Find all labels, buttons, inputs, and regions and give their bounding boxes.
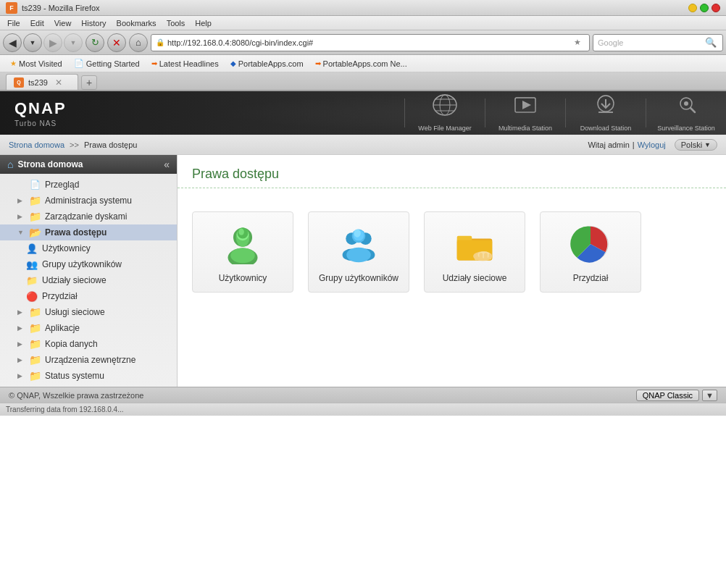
sidebar-item-udzialy[interactable]: 📁 Udziały sieciowe xyxy=(0,272,177,288)
browser-toolbar: ◀ ▼ ▶ ▼ ↻ ✕ ⌂ 🔒 http://192.168.0.4:8080/… xyxy=(0,30,726,55)
close-btn[interactable] xyxy=(712,4,720,12)
tab-favicon: Q xyxy=(14,77,24,88)
sidebar-title-text: Strona domowa xyxy=(17,159,83,169)
menu-file[interactable]: File xyxy=(3,17,25,29)
sidebar-item-zarzadzanie[interactable]: ▶ 📁 Zarządzanie dyskami xyxy=(0,209,177,224)
main-icon-uzytkownicy[interactable]: Użytkownicy xyxy=(192,211,293,293)
sidebar-item-aplikacje[interactable]: ▶ 📁 Aplikacje xyxy=(0,320,177,336)
nav-multimedia-station[interactable]: Multimedia Station xyxy=(485,91,565,135)
browser-menubar: File Edit View History Bookmarks Tools H… xyxy=(0,16,726,30)
bookmark-latest-headlines[interactable]: ➡ Latest Headlines xyxy=(147,58,223,70)
logout-link[interactable]: Wyloguj xyxy=(638,140,666,149)
bookmark-label: PortableApps.com Ne... xyxy=(323,59,407,68)
rss-icon2: ➡ xyxy=(315,59,321,67)
sidebar-item-przeglad[interactable]: 📄 Przegląd xyxy=(0,177,177,193)
nav-surveillance-station[interactable]: Surveillance Station xyxy=(646,91,726,135)
search-placeholder: Google xyxy=(598,38,704,47)
svg-marker-6 xyxy=(522,101,531,109)
sidebar-item-uslugi[interactable]: ▶ 📁 Usługi sieciowe xyxy=(0,304,177,320)
sidebar-title-area: ⌂ Strona domowa xyxy=(7,159,83,170)
sidebar-item-urzadzenia[interactable]: ▶ 📁 Urządzenia zewnętrzne xyxy=(0,352,177,368)
home-button[interactable]: ⌂ xyxy=(129,33,148,52)
bookmark-getting-started[interactable]: 📄 Getting Started xyxy=(70,57,144,70)
qnap-main: Prawa dostępu Użytkownicy xyxy=(178,155,726,387)
maximize-btn[interactable] xyxy=(700,4,709,12)
portableapps-icon: ◆ xyxy=(230,59,236,67)
sidebar-item-administracja[interactable]: ▶ 📁 Administracja systemu xyxy=(0,193,177,209)
nav-arrow: ▶ xyxy=(17,308,25,316)
nav-arrow: ▶ xyxy=(17,197,25,204)
bookmark-most-visited[interactable]: ★ Most Visited xyxy=(6,58,67,70)
back-dropdown[interactable]: ▼ xyxy=(23,33,42,52)
multimedia-icon xyxy=(512,93,538,122)
stop-button[interactable]: ✕ xyxy=(107,33,126,52)
tab-bar: Q ts239 ✕ + xyxy=(0,72,726,91)
folder-icon: 📁 xyxy=(29,195,41,206)
menu-bookmarks[interactable]: Bookmarks xyxy=(112,17,161,29)
folder-open-icon: 📂 xyxy=(29,227,41,238)
menu-edit[interactable]: Edit xyxy=(26,17,49,29)
bookmark-label: Getting Started xyxy=(86,59,140,68)
main-icon-przydział[interactable]: Przydział xyxy=(540,211,641,293)
menu-view[interactable]: View xyxy=(50,17,76,29)
sidebar-label: Status systemu xyxy=(45,371,104,381)
bookmark-portableapps-ne[interactable]: ➡ PortableApps.com Ne... xyxy=(311,58,412,70)
sidebar-label: Administracja systemu xyxy=(45,196,132,206)
nav-arrow: ▶ xyxy=(17,372,25,379)
language-selector[interactable]: Polski ▼ xyxy=(675,139,717,151)
classic-button[interactable]: QNAP Classic xyxy=(636,390,699,401)
sidebar-item-status[interactable]: ▶ 📁 Status systemu xyxy=(0,368,177,384)
menu-tools[interactable]: Tools xyxy=(162,17,190,29)
forward-button[interactable]: ▶ xyxy=(43,33,62,52)
qnap-content: ⌂ Strona domowa « 📄 Przegląd ▶ 📁 Adminis… xyxy=(0,155,726,387)
menu-help[interactable]: Help xyxy=(191,17,216,29)
folder-icon: 📁 xyxy=(29,306,41,318)
forward-dropdown[interactable]: ▼ xyxy=(64,33,83,52)
main-icon-udzialy[interactable]: Udziały sieciowe xyxy=(424,211,525,293)
svg-point-26 xyxy=(346,248,371,263)
back-button[interactable]: ◀ xyxy=(3,33,22,52)
sidebar-label: Usługi sieciowe xyxy=(45,307,105,317)
main-icon-grupy[interactable]: Grupy użytkowników xyxy=(308,211,409,293)
bookmark-star-btn[interactable]: ★ xyxy=(570,35,585,50)
address-text: http://192.168.0.4:8080/cgi-bin/index.cg… xyxy=(167,38,570,47)
breadcrumb-home[interactable]: Strona domowa xyxy=(9,140,64,149)
classic-dropdown-icon[interactable]: ▼ xyxy=(702,390,717,401)
sidebar-item-prawa-dostepu[interactable]: ▼ 📂 Prawa dostępu xyxy=(0,224,177,240)
new-tab-btn[interactable]: + xyxy=(81,75,97,90)
sidebar-label: Prawa dostępu xyxy=(45,227,107,238)
search-bar[interactable]: Google 🔍 xyxy=(593,34,723,51)
browser-title: ts239 - Mozilla Firefox xyxy=(22,4,100,12)
sidebar-nav: 📄 Przegląd ▶ 📁 Administracja systemu ▶ 📁… xyxy=(0,174,177,387)
browser-titlebar: F ts239 - Mozilla Firefox xyxy=(0,0,726,16)
sidebar-collapse-btn[interactable]: « xyxy=(164,159,170,170)
svg-point-17 xyxy=(230,248,255,264)
minimize-btn[interactable] xyxy=(688,4,697,12)
main-icon-label: Grupy użytkowników xyxy=(319,273,399,283)
menu-history[interactable]: History xyxy=(77,17,110,29)
sidebar-item-grupy[interactable]: 👥 Grupy użytkowników xyxy=(0,256,177,272)
address-bar[interactable]: 🔒 http://192.168.0.4:8080/cgi-bin/index.… xyxy=(151,34,590,51)
search-icon[interactable]: 🔍 xyxy=(704,37,718,48)
reload-button[interactable]: ↻ xyxy=(85,33,104,52)
main-icon-label: Udziały sieciowe xyxy=(443,273,507,283)
folder-icon: 📁 xyxy=(29,354,41,366)
svg-point-11 xyxy=(684,101,688,106)
qnap-sidebar: ⌂ Strona domowa « 📄 Przegląd ▶ 📁 Adminis… xyxy=(0,155,178,387)
sidebar-item-przydział[interactable]: 🔴 Przydział xyxy=(0,288,177,304)
sidebar-item-kopia[interactable]: ▶ 📁 Kopia danych xyxy=(0,336,177,352)
folder-icon: 📁 xyxy=(29,338,41,350)
nav-arrow: ▶ xyxy=(17,324,25,332)
sidebar-label: Przegląd xyxy=(45,180,79,190)
tab-close-btn[interactable]: ✕ xyxy=(55,77,62,88)
sidebar-label: Grupy użytkowników xyxy=(42,259,122,269)
folder-icon-img xyxy=(451,221,498,267)
bookmark-portableapps[interactable]: ◆ PortableApps.com xyxy=(226,58,308,70)
nav-web-file-manager[interactable]: Web File Manager xyxy=(405,91,485,135)
nav-download-station[interactable]: Download Station xyxy=(566,91,646,135)
sidebar-item-uzytkownicy[interactable]: 👤 Użytkownicy xyxy=(0,240,177,256)
share-icon: 📁 xyxy=(26,274,38,286)
sidebar-label: Przydział xyxy=(42,291,78,301)
tab-ts239[interactable]: Q ts239 ✕ xyxy=(6,74,78,90)
folder-icon: 📁 xyxy=(29,370,41,382)
